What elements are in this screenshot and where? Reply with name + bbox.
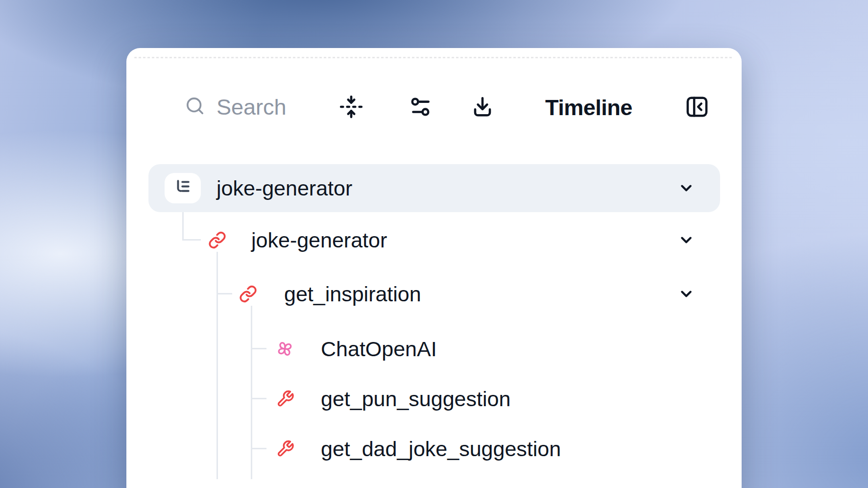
- tree-row-label: get_inspiration: [284, 282, 421, 306]
- trace-tree: joke-generator joke-generator: [126, 48, 742, 488]
- trace-panel: Search: [126, 48, 742, 488]
- chevron-down-icon[interactable]: [677, 285, 696, 303]
- tree-row-label: ChatOpenAI: [321, 337, 437, 361]
- chevron-down-icon[interactable]: [677, 231, 696, 249]
- root-icon-chip: [165, 173, 201, 203]
- chevron-down-icon[interactable]: [677, 179, 696, 197]
- link-icon: [239, 285, 257, 303]
- tree-row-label: joke-generator: [217, 176, 352, 200]
- link-icon: [208, 231, 226, 249]
- tree-row-label: get_pun_suggestion: [321, 387, 510, 411]
- tree-row-label: joke-generator: [251, 228, 387, 252]
- wrench-icon: [276, 390, 294, 408]
- tree-row-label: get_dad_joke_suggestion: [321, 437, 561, 461]
- wrench-icon: [276, 440, 294, 458]
- list-tree-icon: [172, 176, 193, 200]
- pinwheel-icon: [275, 339, 295, 359]
